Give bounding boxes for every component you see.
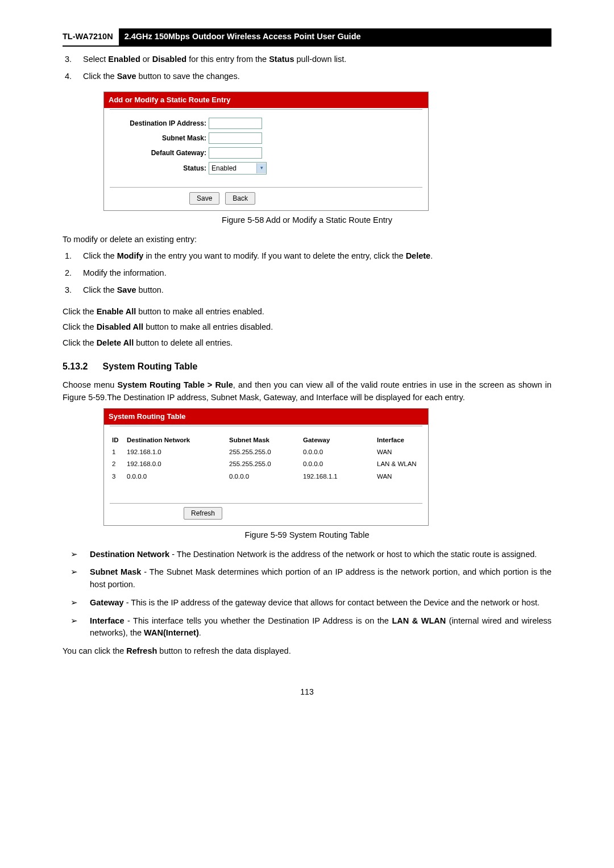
save-button[interactable]: Save (189, 192, 219, 205)
definition-text: Gateway - This is the IP address of the … (90, 597, 551, 609)
figure-58-screenshot: Add or Modify a Static Route Entry Desti… (103, 92, 429, 211)
list-item: ➢ Gateway - This is the IP address of th… (63, 597, 551, 609)
section-title: System Routing Table (102, 362, 197, 371)
col-destination: Destination Network (127, 435, 229, 445)
item-number: 3. (65, 284, 83, 297)
subnet-mask-label: Subnet Mask: (110, 133, 209, 143)
definition-text: Destination Network - The Destination Ne… (90, 549, 551, 561)
section-number: 5.13.2 (63, 360, 100, 373)
arrow-icon: ➢ (63, 597, 90, 609)
figure-58-caption: Figure 5-58 Add or Modify a Static Route… (63, 214, 551, 227)
figure-59-screenshot: System Routing Table ID Destination Netw… (103, 408, 429, 526)
list-item: 3. Select Enabled or Disabled for this e… (63, 53, 551, 66)
item-number: 3. (65, 53, 83, 66)
form-row: Default Gateway: (110, 147, 422, 159)
section-paragraph: Choose menu System Routing Table > Rule,… (63, 379, 551, 404)
click-instruction: Click the Enable All button to make all … (63, 306, 551, 318)
item-number: 2. (65, 267, 83, 280)
item-text: Click the Save button. (83, 284, 551, 297)
form-row: Status: Enabled ▾ (110, 162, 422, 175)
list-item: 1. Click the Modify in the entry you wan… (63, 250, 551, 263)
destination-ip-label: Destination IP Address: (110, 118, 209, 128)
form-row: Subnet Mask: (110, 132, 422, 144)
status-selected-value: Enabled (209, 163, 256, 173)
page-number: 113 (63, 686, 551, 698)
modify-intro-text: To modify or delete an existing entry: (63, 234, 551, 246)
definitions-list: ➢ Destination Network - The Destination … (63, 549, 551, 640)
click-instruction: Click the Disabled All button to make al… (63, 321, 551, 334)
col-interface: Interface (377, 435, 420, 445)
instruction-list-modify: 1. Click the Modify in the entry you wan… (63, 250, 551, 296)
section-heading: 5.13.2 System Routing Table (63, 360, 551, 373)
arrow-icon: ➢ (63, 566, 90, 591)
item-text: Select Enabled or Disabled for this entr… (83, 53, 551, 66)
back-button[interactable]: Back (225, 192, 255, 205)
default-gateway-label: Default Gateway: (110, 148, 209, 158)
arrow-icon: ➢ (63, 549, 90, 561)
item-number: 1. (65, 250, 83, 263)
button-row: Save Back (110, 187, 422, 210)
list-item: ➢ Interface - This interface tells you w… (63, 615, 551, 640)
refresh-button[interactable]: Refresh (184, 507, 222, 520)
table-row: 1 192.168.1.0 255.255.255.0 0.0.0.0 WAN (112, 446, 420, 458)
table-header-row: ID Destination Network Subnet Mask Gatew… (112, 434, 420, 446)
table-row: 2 192.168.0.0 255.255.255.0 0.0.0.0 LAN … (112, 458, 420, 470)
arrow-icon: ➢ (63, 615, 90, 640)
button-row: Refresh (110, 503, 422, 525)
click-instruction: Click the Delete All button to delete al… (63, 337, 551, 350)
table-row: 3 0.0.0.0 0.0.0.0 192.168.1.1 WAN (112, 471, 420, 483)
item-text: Click the Modify in the entry you want t… (83, 250, 551, 263)
status-label: Status: (110, 163, 209, 173)
destination-ip-input[interactable] (209, 118, 262, 129)
document-header: TL-WA7210N 2.4GHz 150Mbps Outdoor Wirele… (63, 28, 551, 47)
list-item: 2. Modify the information. (63, 267, 551, 280)
status-select[interactable]: Enabled ▾ (209, 162, 267, 175)
col-subnet: Subnet Mask (229, 435, 303, 445)
static-route-form: Destination IP Address: Subnet Mask: Def… (104, 111, 428, 187)
item-text: Modify the information. (83, 267, 551, 280)
list-item: ➢ Subnet Mask - The Subnet Mask determin… (63, 566, 551, 591)
figure-59-caption: Figure 5-59 System Routing Table (63, 529, 551, 542)
definition-text: Interface - This interface tells you whe… (90, 615, 551, 640)
list-item: 4. Click the Save button to save the cha… (63, 70, 551, 83)
item-number: 4. (65, 70, 83, 83)
instruction-list-top: 3. Select Enabled or Disabled for this e… (63, 53, 551, 83)
item-text: Click the Save button to save the change… (83, 70, 551, 83)
form-row: Destination IP Address: (110, 118, 422, 129)
default-gateway-input[interactable] (209, 147, 262, 159)
col-id: ID (112, 435, 127, 445)
panel-title: Add or Modify a Static Route Entry (104, 92, 428, 108)
list-item: ➢ Destination Network - The Destination … (63, 549, 551, 561)
refresh-instruction: You can click the Refresh button to refr… (63, 645, 551, 658)
col-gateway: Gateway (303, 435, 377, 445)
list-item: 3. Click the Save button. (63, 284, 551, 297)
routing-table: ID Destination Network Subnet Mask Gatew… (104, 427, 428, 489)
model-number: TL-WA7210N (63, 28, 119, 45)
subnet-mask-input[interactable] (209, 132, 262, 144)
definition-text: Subnet Mask - The Subnet Mask determines… (90, 566, 551, 591)
guide-title: 2.4GHz 150Mbps Outdoor Wireless Access P… (119, 28, 551, 45)
chevron-down-icon: ▾ (256, 163, 266, 173)
panel-title: System Routing Table (104, 409, 428, 425)
